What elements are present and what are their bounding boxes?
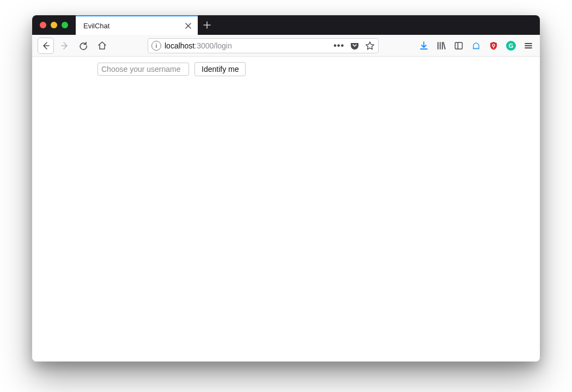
forward-button (57, 38, 72, 53)
grammarly-button[interactable]: G (505, 40, 517, 52)
shield-icon (489, 41, 498, 51)
star-icon (365, 41, 375, 51)
window-close-button[interactable] (40, 22, 46, 28)
page-actions-button[interactable]: ••• (333, 41, 344, 51)
tab-close-button[interactable] (184, 21, 192, 30)
window-traffic-lights (32, 15, 76, 35)
pocket-icon (350, 41, 360, 51)
ublock-button[interactable] (488, 40, 500, 52)
sidebar-button[interactable] (453, 40, 465, 52)
arrow-left-icon (41, 41, 50, 50)
navigation-toolbar: i localhost:3000/login ••• (32, 35, 540, 57)
info-icon: i (155, 42, 157, 49)
reload-icon (79, 41, 88, 50)
library-icon (436, 41, 446, 51)
home-button[interactable] (94, 38, 109, 53)
download-icon (419, 41, 429, 51)
reload-button[interactable] (76, 38, 91, 53)
grammarly-icon: G (506, 41, 516, 51)
arrow-right-icon (60, 41, 69, 50)
url-bar[interactable]: i localhost:3000/login ••• (148, 38, 379, 53)
downloads-button[interactable] (418, 40, 430, 52)
login-form: Identify me (98, 62, 540, 76)
library-button[interactable] (435, 40, 447, 52)
tab-active[interactable]: EvilChat (76, 15, 198, 35)
hamburger-icon (524, 41, 533, 51)
window-minimize-button[interactable] (51, 22, 57, 28)
sidebar-icon (454, 41, 464, 51)
new-tab-button[interactable] (198, 15, 216, 35)
url-host: localhost (165, 41, 194, 50)
page-content: Identify me (32, 57, 540, 362)
app-menu-button[interactable] (522, 40, 534, 52)
ghostery-button[interactable] (470, 40, 482, 52)
plus-icon (203, 21, 211, 29)
site-info-button[interactable]: i (151, 41, 161, 51)
browser-window: EvilChat (32, 15, 540, 362)
url-path: :3000/login (194, 41, 232, 50)
back-button[interactable] (38, 38, 54, 54)
pocket-button[interactable] (350, 41, 360, 51)
identify-button[interactable]: Identify me (194, 62, 246, 76)
ghost-icon (471, 41, 481, 51)
tab-title: EvilChat (83, 22, 184, 30)
home-icon (98, 41, 107, 50)
bookmark-button[interactable] (365, 41, 375, 51)
tab-strip: EvilChat (32, 15, 540, 35)
close-icon (185, 23, 191, 29)
url-text[interactable]: localhost:3000/login (165, 41, 330, 50)
svg-rect-0 (455, 42, 463, 49)
username-input[interactable] (98, 63, 189, 76)
window-zoom-button[interactable] (62, 22, 68, 28)
toolbar-right-icons: G (418, 40, 534, 52)
